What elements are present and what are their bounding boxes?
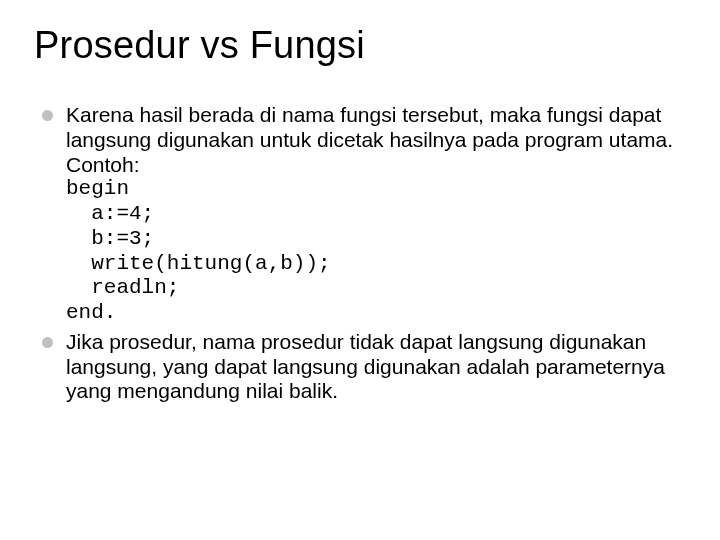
bullet-list: Karena hasil berada di nama fungsi terse… xyxy=(34,103,686,404)
bullet-subtext: Contoh: xyxy=(66,153,686,178)
slide-title: Prosedur vs Fungsi xyxy=(34,24,686,67)
code-block: begin a:=4; b:=3; write(hitung(a,b)); re… xyxy=(66,177,686,326)
list-item: Karena hasil berada di nama fungsi terse… xyxy=(42,103,686,326)
list-item: Jika prosedur, nama prosedur tidak dapat… xyxy=(42,330,686,404)
slide: Prosedur vs Fungsi Karena hasil berada d… xyxy=(0,0,720,540)
bullet-text: Jika prosedur, nama prosedur tidak dapat… xyxy=(66,330,686,404)
bullet-text: Karena hasil berada di nama fungsi terse… xyxy=(66,103,686,153)
